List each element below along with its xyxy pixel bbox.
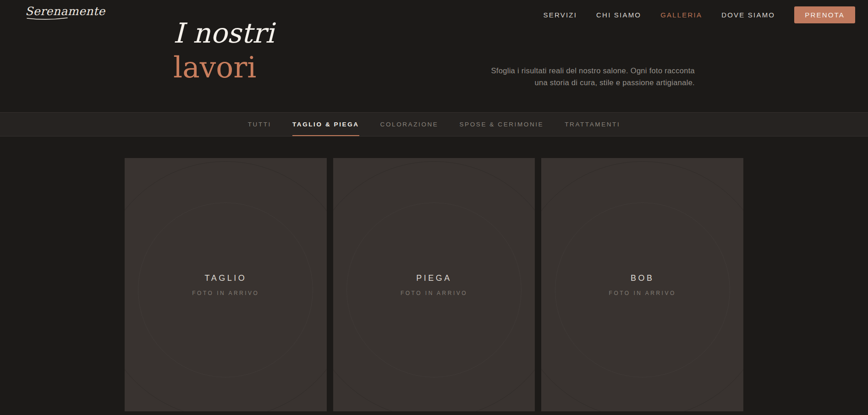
filter-tab-taglio-piega[interactable]: TAGLIO & PIEGA	[292, 113, 359, 136]
card-title: TAGLIO	[204, 273, 247, 283]
card-placeholder-label: FOTO IN ARRIVO	[609, 290, 676, 296]
gallery-grid: TAGLIO FOTO IN ARRIVO PIEGA FOTO IN ARRI…	[125, 158, 743, 411]
card-placeholder-label: FOTO IN ARRIVO	[401, 290, 467, 296]
filter-tab-tutti[interactable]: TUTTI	[248, 113, 271, 136]
gallery-card-piega[interactable]: PIEGA FOTO IN ARRIVO	[333, 158, 535, 411]
brand-logo[interactable]: Serenamente	[25, 5, 105, 20]
site-header: Serenamente SERVIZI CHI SIAMO GALLERIA D…	[0, 0, 868, 29]
card-placeholder-label: FOTO IN ARRIVO	[192, 290, 259, 296]
gallery-card-taglio[interactable]: TAGLIO FOTO IN ARRIVO	[125, 158, 327, 411]
gallery-page: Serenamente SERVIZI CHI SIAMO GALLERIA D…	[0, 0, 868, 415]
main-nav: SERVIZI CHI SIAMO GALLERIA DOVE SIAMO PR…	[544, 0, 855, 29]
filter-tab-trattamenti[interactable]: TRATTAMENTI	[565, 113, 620, 136]
page-title-line1: I nostri	[173, 16, 274, 50]
page-title-line2: lavori	[173, 50, 274, 85]
gallery-filter-bar: TUTTI TAGLIO & PIEGA COLORAZIONE SPOSE &…	[0, 112, 868, 137]
card-title: BOB	[631, 273, 654, 283]
brand-logo-text: Serenamente	[25, 5, 105, 18]
page-description-line1: Sfoglia i risultati reali del nostro sal…	[491, 66, 695, 75]
filter-tab-colorazione[interactable]: COLORAZIONE	[380, 113, 439, 136]
nav-item-servizi[interactable]: SERVIZI	[544, 11, 577, 19]
nav-item-dove-siamo[interactable]: DOVE SIAMO	[721, 11, 775, 19]
nav-item-galleria[interactable]: GALLERIA	[660, 11, 702, 19]
page-description-line2: una storia di cura, stile e passione art…	[535, 78, 695, 87]
nav-item-chi-siamo[interactable]: CHI SIAMO	[596, 11, 641, 19]
page-title: I nostri lavori	[173, 16, 274, 85]
page-description: Sfoglia i risultati reali del nostro sal…	[491, 65, 695, 88]
card-title: PIEGA	[416, 273, 452, 283]
prenota-button[interactable]: PRENOTA	[794, 6, 855, 23]
gallery-card-bob[interactable]: BOB FOTO IN ARRIVO	[541, 158, 743, 411]
filter-tab-spose-cerimonie[interactable]: SPOSE & CERIMONIE	[459, 113, 544, 136]
